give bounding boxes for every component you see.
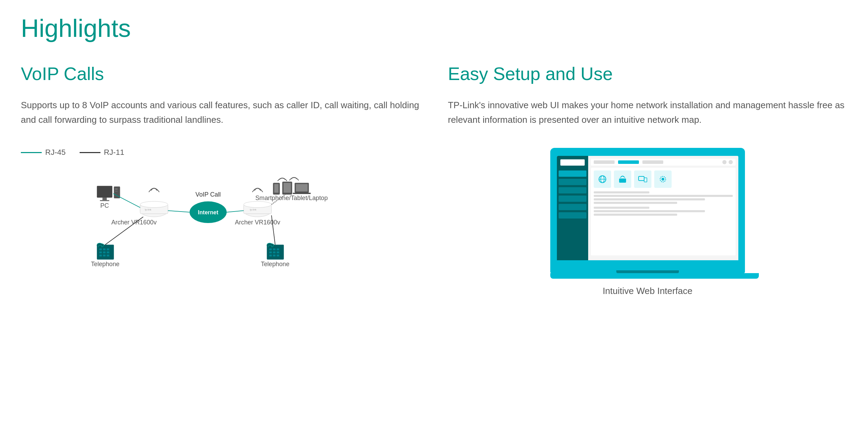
svg-rect-52 bbox=[644, 178, 647, 182]
left-phone-label: Telephone bbox=[91, 261, 120, 268]
laptop-tabs bbox=[594, 160, 663, 164]
rj45-legend: RJ-45 bbox=[21, 148, 66, 157]
svg-point-53 bbox=[662, 178, 664, 181]
easy-setup-title: Easy Setup and Use bbox=[448, 63, 847, 84]
text-line-1 bbox=[594, 191, 649, 193]
pc-monitor-icon bbox=[97, 186, 112, 198]
rj11-label: RJ-11 bbox=[104, 148, 124, 157]
internet-icon bbox=[594, 170, 611, 188]
text-line-6 bbox=[594, 210, 705, 212]
content-text-area bbox=[594, 191, 733, 216]
diagram-legend: RJ-45 RJ-11 bbox=[21, 148, 420, 157]
svg-text:tp-link: tp-link bbox=[250, 209, 257, 212]
laptop-illustration: Intuitive Web Interface bbox=[448, 148, 847, 296]
svg-rect-1 bbox=[100, 200, 109, 201]
svg-line-44 bbox=[227, 211, 244, 212]
text-line-5 bbox=[594, 207, 649, 209]
laptop-base bbox=[550, 266, 745, 273]
svg-rect-39 bbox=[273, 255, 275, 256]
svg-rect-50 bbox=[619, 178, 626, 183]
rj11-legend: RJ-11 bbox=[80, 148, 124, 157]
laptop-topbar bbox=[591, 159, 736, 166]
text-lines-1 bbox=[594, 191, 733, 204]
voip-call-label: VoIP Call bbox=[195, 191, 221, 198]
svg-rect-35 bbox=[269, 252, 272, 253]
right-router-label: Archer VR1600v bbox=[235, 219, 280, 226]
svg-rect-28 bbox=[99, 255, 102, 256]
svg-rect-27 bbox=[107, 252, 109, 253]
laptop-main-content bbox=[588, 156, 738, 260]
main-content: VoIP Calls Supports up to 8 VoIP account… bbox=[21, 63, 847, 296]
sidebar-item-3 bbox=[559, 187, 586, 193]
sidebar-item-1 bbox=[559, 170, 586, 177]
svg-rect-38 bbox=[269, 255, 272, 256]
right-device-label: Smartphone/Tablet/Laptop bbox=[255, 194, 328, 201]
action-icon-1 bbox=[722, 160, 727, 164]
tab-2 bbox=[618, 160, 639, 164]
svg-rect-33 bbox=[273, 248, 275, 250]
svg-rect-34 bbox=[277, 248, 279, 250]
text-line-2 bbox=[594, 195, 733, 197]
easy-setup-description: TP-Link's innovative web UI makes your h… bbox=[448, 98, 847, 127]
svg-point-7 bbox=[140, 201, 168, 208]
svg-text:tp-link: tp-link bbox=[145, 209, 151, 212]
svg-rect-29 bbox=[103, 255, 105, 256]
text-lines-2 bbox=[594, 207, 733, 216]
tab-1 bbox=[594, 160, 615, 164]
svg-rect-40 bbox=[277, 255, 279, 256]
svg-rect-32 bbox=[269, 248, 272, 250]
svg-rect-24 bbox=[107, 248, 109, 250]
router-icon bbox=[614, 170, 631, 188]
network-diagram: PC tp-link Archer VR1600v Internet VoIP … bbox=[21, 167, 420, 279]
laptop-screen bbox=[550, 148, 745, 266]
svg-rect-25 bbox=[99, 252, 102, 253]
voip-title: VoIP Calls bbox=[21, 63, 420, 84]
svg-rect-51 bbox=[639, 176, 644, 181]
rj11-line bbox=[80, 152, 100, 153]
svg-rect-3 bbox=[115, 189, 117, 190]
text-line-3 bbox=[594, 198, 705, 200]
svg-rect-23 bbox=[103, 248, 105, 250]
voip-section: VoIP Calls Supports up to 8 VoIP account… bbox=[21, 63, 420, 296]
page-title: Highlights bbox=[21, 14, 847, 42]
svg-rect-22 bbox=[99, 248, 102, 250]
internet-label: Internet bbox=[198, 209, 218, 215]
laptop-screen-inner bbox=[557, 156, 738, 260]
sidebar-item-6 bbox=[559, 212, 586, 218]
svg-rect-0 bbox=[103, 198, 107, 200]
topbar-actions bbox=[722, 160, 733, 164]
laptop-device bbox=[550, 148, 745, 279]
sidebar-item-4 bbox=[559, 196, 586, 202]
svg-rect-30 bbox=[107, 255, 109, 256]
svg-rect-26 bbox=[103, 252, 105, 253]
rj45-label: RJ-45 bbox=[45, 148, 66, 157]
laptop-stand bbox=[550, 273, 759, 279]
easy-setup-section: Easy Setup and Use TP-Link's innovative … bbox=[448, 63, 847, 296]
sidebar-item-2 bbox=[559, 179, 586, 185]
laptop-sidebar bbox=[557, 156, 588, 260]
voip-description: Supports up to 8 VoIP accounts and vario… bbox=[21, 98, 420, 127]
tp-link-logo bbox=[560, 159, 585, 166]
sidebar-item-5 bbox=[559, 204, 586, 210]
intuitive-label: Intuitive Web Interface bbox=[603, 286, 692, 296]
svg-rect-4 bbox=[115, 191, 117, 192]
svg-rect-17 bbox=[284, 183, 291, 193]
svg-rect-20 bbox=[293, 193, 311, 194]
left-router-label: Archer VR1600v bbox=[111, 219, 156, 226]
svg-point-12 bbox=[244, 201, 271, 208]
rj45-line bbox=[21, 152, 42, 153]
svg-rect-37 bbox=[277, 252, 279, 253]
svg-rect-15 bbox=[274, 184, 278, 193]
tab-3 bbox=[642, 160, 663, 164]
text-line-7 bbox=[594, 214, 677, 216]
right-phone-label: Telephone bbox=[261, 261, 290, 268]
text-line-4 bbox=[594, 202, 677, 204]
devices-icon bbox=[634, 170, 651, 188]
svg-line-43 bbox=[168, 211, 189, 212]
settings-icon bbox=[654, 170, 672, 188]
svg-rect-19 bbox=[296, 184, 308, 191]
svg-line-41 bbox=[113, 194, 140, 208]
svg-rect-36 bbox=[273, 252, 275, 253]
pc-label: PC bbox=[100, 202, 109, 209]
laptop-content-area bbox=[591, 168, 736, 255]
